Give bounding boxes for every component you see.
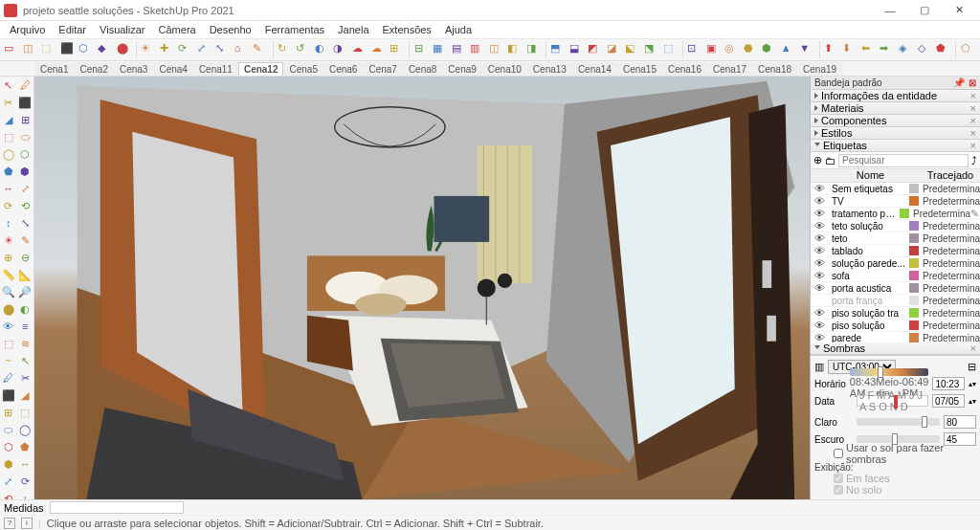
tool-button-20-1[interactable]: ◯ xyxy=(17,421,34,438)
section-components[interactable]: Componentes× xyxy=(811,115,980,127)
visibility-eye-icon[interactable]: 👁 xyxy=(811,220,828,232)
menu-extensões[interactable]: Extensões xyxy=(377,23,437,36)
light-slider[interactable] xyxy=(857,418,940,426)
scene-tab-cena5[interactable]: Cena5 xyxy=(283,62,323,76)
tool-button-2-1[interactable]: ⊞ xyxy=(17,111,34,128)
tool-button-11-0[interactable]: 📏 xyxy=(0,266,17,283)
tag-dash[interactable]: Predeterminado xyxy=(921,233,980,244)
tool-button-14-1[interactable]: ≡ xyxy=(17,318,34,335)
tag-dash[interactable]: Predeterminado xyxy=(921,196,980,207)
tool-button-4-1[interactable]: ⬡ xyxy=(17,145,34,163)
menu-desenho[interactable]: Desenho xyxy=(204,23,257,36)
toolbar-button-18[interactable]: ☁ xyxy=(351,40,369,59)
toolbar-button-38[interactable]: ⬣ xyxy=(742,40,760,59)
time-stepper-icon[interactable]: ▴▾ xyxy=(969,380,976,388)
tool-button-9-1[interactable]: ✎ xyxy=(17,232,34,249)
tag-dash[interactable]: Predeterminado xyxy=(921,184,980,194)
visibility-eye-icon[interactable]: 👁 xyxy=(811,208,828,219)
add-tag-icon[interactable]: ⊕ xyxy=(813,154,822,166)
tool-button-23-0[interactable]: ⤢ xyxy=(0,473,17,490)
tag-row[interactable]: 👁piso solução traPredeterminado xyxy=(811,307,980,320)
scene-tab-cena14[interactable]: Cena14 xyxy=(572,62,617,76)
tag-color-swatch[interactable] xyxy=(909,320,919,330)
toolbar-button-10[interactable]: ⤢ xyxy=(195,40,213,59)
tool-button-6-0[interactable]: ↔ xyxy=(0,180,17,197)
toolbar-button-24[interactable]: ▥ xyxy=(469,40,487,59)
visibility-eye-icon[interactable]: 👁 xyxy=(811,320,828,331)
tool-button-18-1[interactable]: ◢ xyxy=(17,386,34,404)
toolbar-button-44[interactable]: ⬅ xyxy=(860,40,879,59)
tool-button-0-1[interactable]: 🖊 xyxy=(17,77,34,94)
toolbar-button-1[interactable]: ◫ xyxy=(22,40,40,59)
menu-câmera[interactable]: Câmera xyxy=(153,23,202,36)
visibility-eye-icon[interactable]: 👁 xyxy=(811,183,828,194)
tool-button-12-0[interactable]: 🔍 xyxy=(0,283,17,300)
visibility-eye-icon[interactable]: 👁 xyxy=(811,195,828,207)
tag-name[interactable]: tablado xyxy=(828,246,909,256)
tag-name[interactable]: solução parede... xyxy=(828,258,909,269)
visibility-eye-icon[interactable]: 👁 xyxy=(811,232,828,244)
toolbar-button-28[interactable]: ⬒ xyxy=(549,40,568,59)
tray-close-icon[interactable]: ⊠ xyxy=(969,77,976,88)
tags-header[interactable]: Nome Tracejado xyxy=(811,169,980,183)
tag-name[interactable]: teto xyxy=(828,233,909,244)
section-entity-info[interactable]: Informações da entidade× xyxy=(811,90,980,102)
scene-tab-cena13[interactable]: Cena13 xyxy=(527,62,572,76)
toolbar-button-43[interactable]: ⬇ xyxy=(841,40,859,59)
scene-tab-cena17[interactable]: Cena17 xyxy=(707,62,752,76)
tag-color-swatch[interactable] xyxy=(900,209,909,218)
tag-name[interactable]: sofa xyxy=(828,271,909,281)
date-slider[interactable]: J F M A M J J A S O N D xyxy=(857,395,928,407)
menu-visualizar[interactable]: Visualizar xyxy=(94,23,151,36)
tag-dash[interactable]: Predeterminado xyxy=(921,296,980,306)
scene-tab-cena2[interactable]: Cena2 xyxy=(74,62,113,76)
toolbar-button-9[interactable]: ⟳ xyxy=(177,40,195,59)
tag-dash[interactable]: Predeterminado xyxy=(921,308,980,319)
tag-row[interactable]: 👁tabladoPredeterminado xyxy=(811,245,980,257)
toolbar-button-34[interactable]: ⬚ xyxy=(661,40,679,59)
tag-color-swatch[interactable] xyxy=(909,258,919,268)
toolbar-button-12[interactable]: ⌂ xyxy=(233,40,251,59)
scene-tab-cena8[interactable]: Cena8 xyxy=(403,62,442,76)
measurements-input[interactable] xyxy=(50,501,184,514)
toolbar-button-40[interactable]: ▲ xyxy=(779,40,797,59)
tag-dash[interactable]: Predeterminado xyxy=(921,283,980,294)
tag-name[interactable]: parede xyxy=(828,333,909,343)
toolbar-button-33[interactable]: ⬔ xyxy=(643,40,661,59)
tags-list[interactable]: 👁Sem etiquetasPredeterminado👁TVPredeterm… xyxy=(811,183,980,342)
tag-dash[interactable]: Predeterminado xyxy=(911,209,970,219)
tag-color-swatch[interactable] xyxy=(909,283,919,293)
tool-button-17-1[interactable]: ✂ xyxy=(17,369,34,386)
use-sun-checkbox[interactable] xyxy=(834,449,843,458)
tool-button-16-0[interactable]: ~ xyxy=(0,352,17,369)
toolbar-button-19[interactable]: ☁ xyxy=(369,40,388,59)
toolbar-button-7[interactable]: ☀ xyxy=(140,40,158,59)
tool-button-21-1[interactable]: ⬟ xyxy=(17,438,34,455)
scene-tab-cena11[interactable]: Cena11 xyxy=(193,62,238,76)
scene-tab-cena6[interactable]: Cena6 xyxy=(323,62,363,76)
tool-button-22-1[interactable]: ↔ xyxy=(17,455,34,473)
date-value[interactable] xyxy=(932,394,965,408)
tag-row[interactable]: 👁sofaPredeterminado xyxy=(811,270,980,282)
tag-color-swatch[interactable] xyxy=(909,333,919,342)
light-value[interactable] xyxy=(944,415,976,429)
tool-button-6-1[interactable]: ⤢ xyxy=(17,180,34,197)
menu-arquivo[interactable]: Arquivo xyxy=(4,23,51,36)
tag-row[interactable]: 👁teto soluçãoPredeterminado xyxy=(811,220,980,232)
close-button[interactable]: ✕ xyxy=(942,0,976,21)
visibility-eye-icon[interactable]: 👁 xyxy=(811,257,828,269)
tag-row[interactable]: 👁porta acusticaPredeterminado xyxy=(811,282,980,295)
scene-tab-cena4[interactable]: Cena4 xyxy=(153,62,192,76)
help-icon[interactable]: ? xyxy=(4,518,15,529)
toolbar-button-11[interactable]: ⤡ xyxy=(214,40,233,59)
tool-button-10-0[interactable]: ⊕ xyxy=(0,249,17,266)
tool-button-23-1[interactable]: ⟳ xyxy=(17,473,34,490)
tool-button-3-1[interactable]: ⬭ xyxy=(17,128,34,145)
tag-name[interactable]: teto solução xyxy=(828,221,909,232)
tags-search-input[interactable] xyxy=(838,154,969,167)
toolbar-button-26[interactable]: ◧ xyxy=(506,40,524,59)
section-materials[interactable]: Materiais× xyxy=(811,102,980,115)
scene-tab-cena7[interactable]: Cena7 xyxy=(363,62,402,76)
tool-button-13-1[interactable]: ◐ xyxy=(17,300,34,318)
toolbar-button-47[interactable]: ◇ xyxy=(916,40,934,59)
